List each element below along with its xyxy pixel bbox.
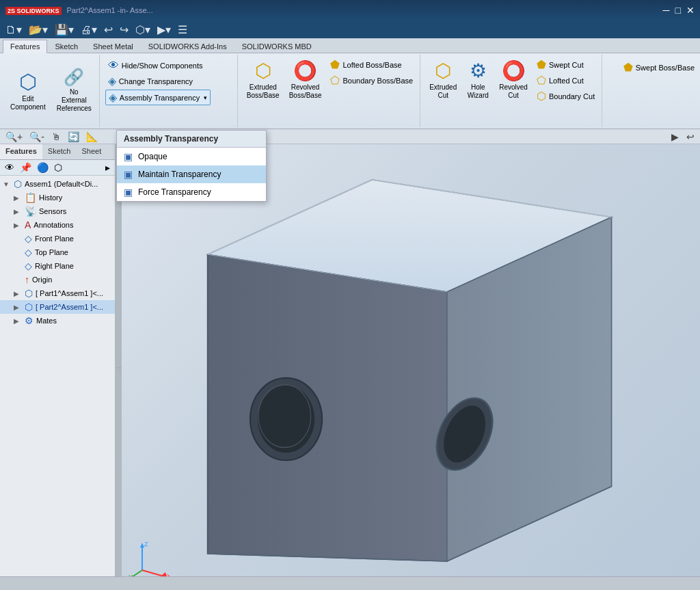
viewport[interactable]: Z X Y: [122, 144, 700, 590]
show-hide-group: 👁 Hide/Show Components ◈ Change Transpar…: [101, 55, 238, 127]
qa-select-btn[interactable]: ⬡▾: [133, 22, 153, 38]
qa-print-btn[interactable]: 🖨▾: [78, 22, 100, 38]
boundary-cut-btn[interactable]: ⬡ Boundary Cut: [534, 89, 597, 103]
force-label: Force Transparency: [138, 187, 211, 197]
qa-new-btn[interactable]: 🗋▾: [3, 22, 25, 38]
view-zoom-btn[interactable]: 🔍-: [27, 131, 47, 143]
boundary-boss-btn[interactable]: ⬠ Boundary Boss/Base: [327, 73, 416, 88]
svg-marker-2: [208, 254, 447, 561]
features-cut-group: ⬡ ExtrudedCut ⚙ HoleWizard ⭕ RevolvedCut…: [422, 55, 602, 127]
pt-eye-btn[interactable]: 👁: [3, 161, 16, 174]
view-fit-btn[interactable]: 📐: [83, 131, 100, 143]
lofted-cut-btn[interactable]: ⬠ Lofted Cut: [534, 73, 597, 88]
extruded-boss-icon: ⬡: [255, 59, 271, 82]
hole-wizard-icon: ⚙: [470, 59, 487, 82]
boundary-cut-icon: ⬡: [537, 90, 546, 103]
tab-addins[interactable]: SOLIDWORKS Add-Ins: [141, 40, 234, 53]
revolved-cut-label: RevolvedCut: [499, 83, 528, 100]
transparency-dropdown: Assembly Transparency ▣ Opaque ▣ Maintai…: [116, 130, 267, 202]
assembly-transparency-btn[interactable]: ◈ Assembly Transparency ▾: [105, 90, 211, 105]
panel-tab-sketch[interactable]: Sketch: [42, 144, 77, 159]
svg-point-5: [258, 386, 314, 453]
dropdown-force[interactable]: ▣ Force Transparency: [117, 183, 266, 201]
extruded-cut-btn[interactable]: ⬡ ExtrudedCut: [426, 57, 460, 102]
qa-save-btn[interactable]: 💾▾: [52, 22, 77, 38]
opaque-label: Opaque: [138, 152, 167, 161]
tab-features[interactable]: Features: [3, 40, 47, 53]
hole-wizard-btn[interactable]: ⚙ HoleWizard: [463, 57, 493, 102]
close-btn[interactable]: ✕: [686, 5, 695, 16]
titlebar: 2S SOLIDWORKS Part2^Assem1 -in- Asse... …: [0, 0, 700, 21]
change-transparency-label: Change Transparency: [119, 77, 193, 85]
extruded-boss-btn[interactable]: ⬡ ExtrudedBoss/Base: [243, 57, 283, 102]
tree-origin[interactable]: ↑ Origin: [0, 273, 115, 286]
edit-component-btn[interactable]: ⬡ EditComponent: [7, 68, 49, 113]
sw-logo: 2S SOLIDWORKS: [5, 5, 62, 15]
revolved-cut-btn[interactable]: ⭕ RevolvedCut: [496, 57, 531, 102]
pt-hex-btn[interactable]: ⬡: [52, 161, 64, 174]
right-plane-label: Right Plane: [35, 262, 74, 270]
extruded-boss-label: ExtrudedBoss/Base: [247, 83, 280, 100]
lofted-boss-btn[interactable]: ⬟ Lofted Boss/Base: [327, 57, 416, 72]
pt-expand-btn[interactable]: ▸: [103, 161, 112, 174]
swept-boss-btn[interactable]: ⬟ Swept Boss/Base: [621, 60, 697, 75]
qa-undo-btn[interactable]: ↩: [101, 22, 116, 38]
force-icon: ▣: [124, 187, 133, 198]
hide-show-components-btn[interactable]: 👁 Hide/Show Components: [105, 59, 211, 72]
tree-right-plane[interactable]: ◇ Right Plane: [0, 259, 115, 273]
front-plane-icon: ◇: [25, 233, 32, 244]
panel-tab-sheet[interactable]: Sheet: [77, 144, 107, 159]
tree-mates[interactable]: ▶ ⚙ Mates: [0, 314, 115, 327]
tree-part2[interactable]: ▶ ⬡ [ Part2^Assem1 ]<...: [0, 300, 115, 314]
minimize-btn[interactable]: ─: [663, 5, 670, 16]
boss-group-label: [243, 124, 416, 126]
view-rotate-btn[interactable]: 🔍+: [3, 131, 25, 143]
mates-arrow: ▶: [14, 317, 22, 325]
no-external-btn[interactable]: 🔗 NoExternalReferences: [53, 66, 95, 115]
revolved-boss-btn[interactable]: ⭕ RevolvedBoss/Base: [286, 57, 325, 102]
tree-top-plane[interactable]: ◇ Top Plane: [0, 245, 115, 259]
qa-menu-btn[interactable]: ☰: [175, 22, 190, 38]
tab-sketch[interactable]: Sketch: [47, 40, 85, 53]
tree-part1[interactable]: ▶ ⬡ [ Part1^Assem1 ]<...: [0, 286, 115, 300]
swept-cut-btn[interactable]: ⬟ Swept Cut: [534, 57, 597, 72]
top-plane-icon: ◇: [25, 247, 32, 258]
tab-mbd[interactable]: SOLIDWORKS MBD: [234, 40, 319, 53]
qa-redo-btn[interactable]: ↪: [117, 22, 131, 38]
sensors-label: Sensors: [39, 207, 66, 215]
dropdown-opaque[interactable]: ▣ Opaque: [117, 148, 266, 165]
tree-front-plane[interactable]: ◇ Front Plane: [0, 232, 115, 245]
tree-history[interactable]: ▶ 📋 History: [0, 191, 115, 204]
right-plane-icon: ◇: [25, 260, 32, 271]
qa-options-btn[interactable]: ▶▾: [154, 22, 174, 38]
options-btn[interactable]: ↩: [684, 131, 697, 143]
feature-tree: ▼ ⬡ Assem1 (Default<Di... ▶ 📋 History ▶ …: [0, 176, 115, 590]
sensors-arrow: ▶: [14, 208, 22, 215]
boundary-cut-label: Boundary Cut: [549, 92, 595, 100]
panel-toolbar: 👁 📌 🔵 ⬡ ▸: [0, 160, 115, 176]
pt-pin-btn[interactable]: 📌: [18, 161, 33, 174]
part1-label: [ Part1^Assem1 ]<...: [36, 289, 103, 297]
tree-annotations[interactable]: ▶ A Annotations: [0, 218, 115, 232]
tree-sensors[interactable]: ▶ 📡 Sensors: [0, 204, 115, 218]
qa-open-btn[interactable]: 📂▾: [26, 22, 51, 38]
annotations-arrow: ▶: [14, 222, 22, 229]
panel-tab-features[interactable]: Features: [0, 144, 42, 159]
maximize-btn[interactable]: □: [675, 5, 681, 16]
resize-handle[interactable]: ⋮: [116, 144, 122, 590]
part1-arrow: ▶: [14, 290, 22, 297]
root-icon: ⬡: [14, 178, 22, 189]
view-pan-btn[interactable]: 🖱: [49, 131, 64, 143]
view-rotate2-btn[interactable]: 🔄: [65, 131, 82, 143]
change-transparency-btn[interactable]: ◈ Change Transparency: [105, 74, 211, 88]
origin-icon: ↑: [25, 274, 29, 285]
sensors-icon: 📡: [25, 206, 36, 217]
extruded-cut-label: ExtrudedCut: [429, 83, 457, 100]
dropdown-maintain[interactable]: ▣ Maintain Transparency: [117, 165, 266, 183]
tab-sheet-metal[interactable]: Sheet Metal: [85, 40, 141, 53]
pt-circle-btn[interactable]: 🔵: [35, 161, 51, 174]
tree-root[interactable]: ▼ ⬡ Assem1 (Default<Di...: [0, 177, 115, 191]
view3d-btn[interactable]: ▶: [669, 131, 682, 143]
part2-label: [ Part2^Assem1 ]<...: [36, 303, 103, 311]
svg-text:Z: Z: [144, 541, 148, 548]
